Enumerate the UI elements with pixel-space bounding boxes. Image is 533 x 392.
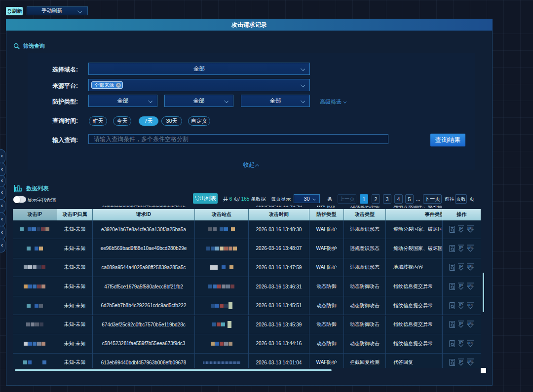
svg-text:IP: IP [459, 302, 463, 307]
svg-text:IP: IP [459, 359, 463, 364]
svg-text:URL: URL [467, 360, 474, 363]
svg-text:URL: URL [467, 303, 474, 306]
svg-text:IP: IP [459, 264, 463, 269]
svg-text:URL: URL [467, 246, 474, 249]
svg-text:IP: IP [459, 321, 463, 326]
svg-text:IP: IP [459, 340, 463, 345]
svg-text:URL: URL [467, 265, 474, 268]
svg-text:IP: IP [459, 226, 463, 231]
svg-text:URL: URL [467, 227, 474, 230]
svg-text:IP: IP [459, 283, 463, 288]
svg-text:URL: URL [467, 322, 474, 325]
svg-text:URL: URL [467, 284, 474, 287]
svg-text:URL: URL [467, 341, 474, 344]
svg-text:IP: IP [459, 245, 463, 249]
